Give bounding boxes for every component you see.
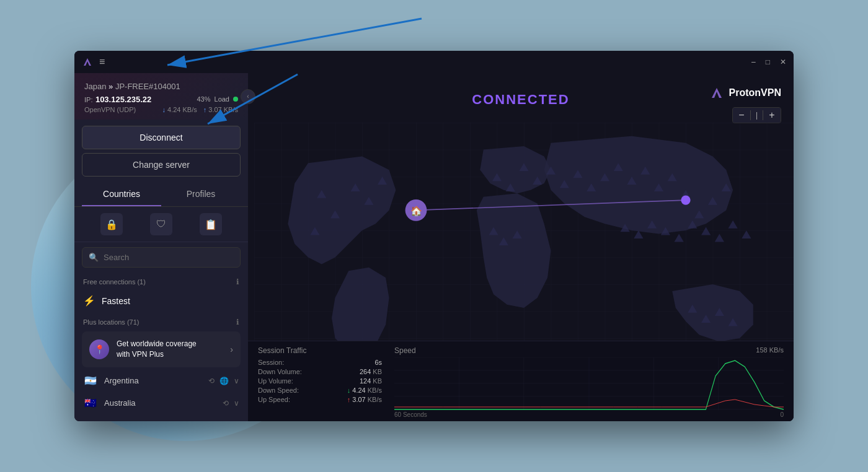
chart-area xyxy=(394,357,784,410)
traffic-stats: Session Traffic Session: 6s Down Volume:… xyxy=(258,346,382,416)
speed-chart-svg xyxy=(394,357,784,410)
promo-arrow-icon: › xyxy=(230,344,233,354)
session-value: 6s xyxy=(374,359,382,366)
argentina-country-name: Argentina xyxy=(104,376,202,385)
speed-chart: Speed 158 KB/s xyxy=(394,346,784,416)
connection-info: IP: 103.125.235.22 43% Load xyxy=(84,94,238,105)
promo-text: Get worldwide coverage with VPN Plus xyxy=(117,339,223,360)
proton-brand-logo-icon xyxy=(709,85,724,100)
fastest-server-item[interactable]: ⚡ Fastest xyxy=(74,289,248,313)
speed-title: Speed xyxy=(394,346,416,355)
traffic-title: Session Traffic xyxy=(258,346,382,355)
search-bar: 🔍 xyxy=(82,247,241,268)
zoom-controls: − | + xyxy=(732,107,781,123)
up-speed-value: ↑ 3.07 KB/s xyxy=(347,396,382,403)
change-server-button[interactable]: Change server xyxy=(82,153,241,177)
down-volume-row: Down Volume: 264 KB xyxy=(258,368,382,375)
search-icon: 🔍 xyxy=(89,253,99,262)
collapse-sidebar-button[interactable]: ‹ xyxy=(241,89,255,104)
expand-australia-icon[interactable]: ∨ xyxy=(234,399,239,408)
minimize-button[interactable]: – xyxy=(751,58,756,66)
svg-text:🏠: 🏠 xyxy=(410,205,422,217)
title-bar-controls: – □ ✕ xyxy=(751,58,786,66)
disconnect-button[interactable]: Disconnect xyxy=(82,126,241,149)
connection-header: Japan » JP-FREE#104001 IP: 103.125.235.2… xyxy=(74,73,248,120)
sidebar: Japan » JP-FREE#104001 IP: 103.125.235.2… xyxy=(74,73,248,421)
svg-marker-1 xyxy=(712,88,722,98)
tab-profiles[interactable]: Profiles xyxy=(161,183,241,206)
promo-title: Get worldwide coverage xyxy=(117,339,223,349)
free-connections-label: Free connections (1) xyxy=(83,278,146,286)
lock-icon: 🔒 xyxy=(105,219,118,230)
session-label: Session: xyxy=(258,359,284,366)
hamburger-menu-icon[interactable]: ≡ xyxy=(99,56,105,68)
speed-chart-header: Speed 158 KB/s xyxy=(394,346,784,355)
free-connections-info-icon[interactable]: ℹ xyxy=(236,278,239,286)
protocol-info: OpenVPN (UDP) 4.24 KB/s 3.07 KB/s xyxy=(84,106,238,113)
tab-bar: Countries Profiles xyxy=(74,183,248,207)
zoom-in-button[interactable]: + xyxy=(763,108,781,123)
reconnect-australia-icon[interactable]: ⟲ xyxy=(223,399,229,408)
ip-label: IP: xyxy=(84,96,92,103)
zoom-level-indicator: | xyxy=(751,111,763,120)
maximize-button[interactable]: □ xyxy=(766,58,770,66)
time-label-right: 0 xyxy=(780,411,784,418)
search-input[interactable] xyxy=(104,253,234,262)
protocol-label: OpenVPN (UDP) xyxy=(84,106,136,113)
expand-argentina-icon[interactable]: ∨ xyxy=(234,377,239,385)
filter-clipboard-button[interactable]: 📋 xyxy=(200,213,222,235)
main-content: Japan » JP-FREE#104001 IP: 103.125.235.2… xyxy=(74,73,794,421)
plus-locations-label: Plus locations (71) xyxy=(83,318,140,326)
load-status-dot xyxy=(233,97,238,102)
speed-max-label: 158 KB/s xyxy=(756,346,784,355)
list-item[interactable]: 🇦🇺 Australia ⟲ ∨ xyxy=(74,392,248,414)
down-speed-row: Down Speed: ↓ 4.24 KB/s xyxy=(258,387,382,394)
up-volume-row: Up Volume: 124 KB xyxy=(258,377,382,385)
close-button[interactable]: ✕ xyxy=(780,58,786,66)
down-arrow-icon: ↓ xyxy=(347,387,351,394)
map-area: CONNECTED ProtonVPN − | + xyxy=(248,73,794,421)
down-volume-value: 264 KB xyxy=(360,368,382,375)
down-speed-label: Down Speed: xyxy=(258,387,299,394)
servers-list: Free connections (1) ℹ ⚡ Fastest Plus lo… xyxy=(74,273,248,421)
proton-logo-icon xyxy=(82,56,93,68)
speed-down: 4.24 KB/s xyxy=(162,106,197,113)
bolt-icon: ⚡ xyxy=(83,295,95,307)
time-label: 60 Seconds 0 xyxy=(394,411,784,418)
svg-marker-0 xyxy=(84,58,91,66)
brand-name-label: ProtonVPN xyxy=(729,87,781,98)
up-volume-value: 124 KB xyxy=(360,377,382,385)
reconnect-icon[interactable]: ⟲ xyxy=(208,377,215,385)
time-label-left: 60 Seconds xyxy=(394,411,427,418)
clipboard-icon: 📋 xyxy=(205,219,217,230)
title-bar-left: ≡ xyxy=(82,56,105,68)
argentina-flag-icon: 🇦🇷 xyxy=(83,376,98,386)
globe-icon[interactable]: 🌐 xyxy=(219,377,229,385)
up-speed-row: Up Speed: ↑ 3.07 KB/s xyxy=(258,396,382,403)
proton-brand: ProtonVPN xyxy=(709,85,781,100)
load-info: 43% Load xyxy=(197,95,238,103)
up-arrow-icon: ↑ xyxy=(347,396,351,403)
plus-locations-section-header: Plus locations (71) ℹ xyxy=(74,313,248,329)
vpn-plus-promo-card[interactable]: 📍 Get worldwide coverage with VPN Plus › xyxy=(82,331,241,367)
up-volume-label: Up Volume: xyxy=(258,377,293,385)
server-name: Japan » JP-FREE#104001 xyxy=(84,82,238,91)
australia-country-name: Australia xyxy=(104,398,216,408)
filter-lock-button[interactable]: 🔒 xyxy=(100,213,123,235)
up-speed-label: Up Speed: xyxy=(258,396,290,403)
session-stat-row: Session: 6s xyxy=(258,359,382,366)
title-bar: ≡ – □ ✕ xyxy=(74,51,794,73)
zoom-out-button[interactable]: − xyxy=(733,108,750,123)
speed-up: 3.07 KB/s xyxy=(203,106,238,113)
app-window: ≡ – □ ✕ Japan » JP-FREE#104001 IP: 103.1… xyxy=(74,51,794,421)
free-connections-section-header: Free connections (1) ℹ xyxy=(74,273,248,289)
plus-locations-info-icon[interactable]: ℹ xyxy=(236,318,239,326)
promo-subtitle: with VPN Plus xyxy=(117,349,223,360)
tab-countries[interactable]: Countries xyxy=(82,183,161,206)
list-item[interactable]: 🇦🇷 Argentina ⟲ 🌐 ∨ xyxy=(74,370,248,392)
filter-shield-button[interactable]: 🛡 xyxy=(150,213,172,235)
down-speed-value: ↓ 4.24 KB/s xyxy=(347,387,382,394)
promo-icon: 📍 xyxy=(89,339,109,359)
connected-status-badge: CONNECTED xyxy=(472,92,569,108)
ip-address: 103.125.235.22 xyxy=(95,95,151,104)
